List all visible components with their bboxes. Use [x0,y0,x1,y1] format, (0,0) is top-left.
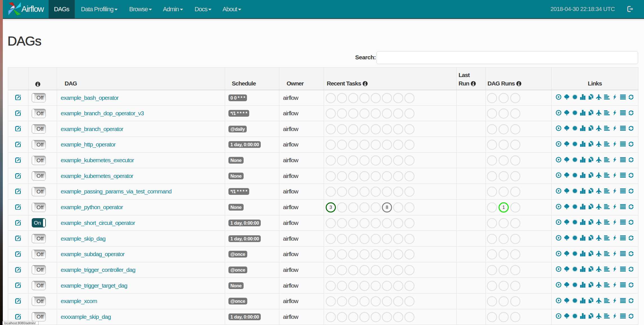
svg-text:3: 3 [330,205,332,210]
svg-text:8: 8 [386,205,388,210]
svg-text:1: 1 [502,205,505,210]
